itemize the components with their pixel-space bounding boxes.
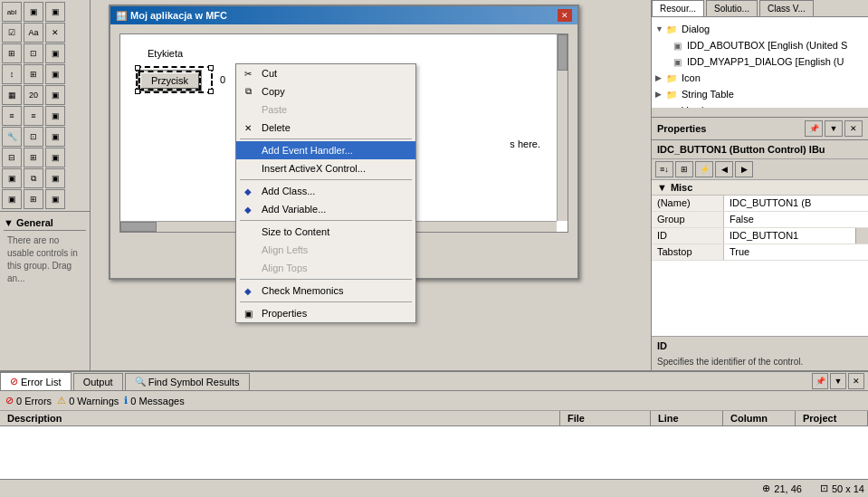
- file-icon-1: ▣: [670, 38, 684, 53]
- props-row-group: Group False: [652, 212, 868, 228]
- tool-18[interactable]: ⊞: [24, 148, 43, 167]
- bottom-arrow-button[interactable]: ▼: [830, 373, 846, 389]
- menu-item-delete[interactable]: ✕ Delete: [236, 119, 415, 137]
- tool-6[interactable]: ⊞: [24, 64, 43, 84]
- props-val-name[interactable]: IDC_BUTTON1 (B: [724, 196, 868, 211]
- tool-aa[interactable]: Aa: [24, 23, 43, 43]
- toolbox-panel: abl ▣ ▣ ☑ Aa ✕ ⊞ ⊡ ▣ ↕ ⊞ ▣ ▦ 20: [0, 0, 91, 370]
- warning-icon: ⚠: [57, 395, 66, 406]
- tree-label-version: Version: [682, 105, 715, 108]
- tab-find-symbol[interactable]: 🔍 Find Symbol Results: [125, 373, 250, 390]
- props-category-button[interactable]: ⊞: [675, 161, 693, 177]
- properties-header: Properties 📌 ▼ ✕: [652, 118, 868, 140]
- tool-13[interactable]: ▣: [45, 106, 65, 126]
- menu-item-add-event[interactable]: Add Event Handler...: [236, 141, 415, 159]
- tree-item-dialog[interactable]: ▼ 📁 Dialog: [655, 21, 864, 37]
- tool-22[interactable]: ▣: [45, 168, 65, 188]
- tool-20[interactable]: ▣: [2, 168, 22, 188]
- tool-21[interactable]: ⧉: [24, 168, 43, 188]
- status-bar: ⊕ 21, 46 ⊡ 50 x 14: [0, 479, 868, 497]
- menu-item-add-class[interactable]: ◆ Add Class...: [236, 182, 415, 200]
- tool-16[interactable]: ▣: [45, 127, 65, 147]
- menu-item-insert-activex[interactable]: Insert ActiveX Control...: [236, 159, 415, 177]
- menu-item-copy[interactable]: ⧉ Copy: [236, 82, 415, 100]
- props-events-button[interactable]: ⚡: [695, 161, 713, 177]
- tool-15[interactable]: ⊡: [24, 127, 43, 147]
- props-pin-button[interactable]: 📌: [805, 120, 823, 137]
- resource-tree: Resour... Solutio... Class V... ▼ 📁 Dial…: [652, 0, 868, 118]
- bottom-close-button[interactable]: ✕: [848, 373, 864, 389]
- add-event-icon: [240, 143, 256, 158]
- tool-4[interactable]: ⊡: [24, 43, 43, 63]
- menu-separator-2: [240, 179, 412, 180]
- props-row-tabstop: Tabstop True: [652, 244, 868, 261]
- tool-x[interactable]: ✕: [45, 23, 65, 43]
- dialog-button[interactable]: Przycisk: [138, 71, 201, 91]
- messages-badge[interactable]: ℹ 0 Messages: [124, 395, 184, 406]
- tool-12[interactable]: ≡: [24, 106, 43, 126]
- props-sort-button[interactable]: ≡↓: [655, 161, 673, 177]
- dialog-close-button[interactable]: ✕: [558, 9, 572, 22]
- tree-item-version[interactable]: ▶ 📁 Version: [655, 102, 864, 108]
- tree-tab-class[interactable]: Class V...: [759, 0, 814, 16]
- tool-19[interactable]: ▣: [45, 148, 65, 167]
- error-icon: ⊘: [10, 376, 18, 387]
- scrollbar-vertical[interactable]: [557, 34, 568, 221]
- messages-count: 0 Messages: [130, 396, 184, 406]
- props-nav-next-button[interactable]: ▶: [735, 161, 753, 177]
- tool-10[interactable]: ▣: [45, 85, 65, 105]
- error-list-header: Description File Line Column Project: [0, 411, 868, 426]
- menu-item-cut[interactable]: ✂ Cut: [236, 64, 415, 82]
- properties-title: Properties: [657, 123, 706, 134]
- errors-badge[interactable]: ⊘ 0 Errors: [5, 395, 52, 406]
- tool-14[interactable]: 🔧: [2, 127, 22, 147]
- tool-frame[interactable]: ▣: [45, 2, 65, 22]
- tool-8[interactable]: ▦: [2, 85, 22, 105]
- props-arrow-button[interactable]: ▼: [825, 120, 843, 137]
- props-val-tabstop[interactable]: True: [724, 244, 868, 260]
- menu-item-align-tops[interactable]: Align Tops: [236, 259, 415, 277]
- props-key-id: ID: [652, 228, 724, 244]
- tab-error-list[interactable]: ⊘ Error List: [0, 372, 72, 390]
- tree-tab-solution[interactable]: Solutio...: [706, 0, 758, 16]
- tool-check[interactable]: ☑: [2, 23, 22, 43]
- tab-output[interactable]: Output: [73, 373, 123, 390]
- col-description: Description: [0, 411, 560, 425]
- tree-tab-resources[interactable]: Resour...: [652, 0, 704, 16]
- menu-item-properties[interactable]: ▣ Properties: [236, 304, 415, 322]
- tree-item-idd-myapp1[interactable]: ▣ IDD_MYAPP1_DIALOG [English (U: [655, 53, 864, 70]
- props-key-group: Group: [652, 212, 724, 227]
- tool-5[interactable]: ▣: [45, 43, 65, 63]
- tree-item-idd-aboutbox[interactable]: ▣ IDD_ABOUTBOX [English (United S: [655, 37, 864, 53]
- menu-item-add-variable[interactable]: ◆ Add Variable...: [236, 200, 415, 218]
- menu-item-check-mnemonics[interactable]: ◆ Check Mnemonics: [236, 282, 415, 300]
- props-val-id[interactable]: IDC_BUTTON1: [724, 228, 855, 244]
- tool-23[interactable]: ▣: [2, 189, 22, 209]
- props-val-group[interactable]: False: [724, 212, 868, 227]
- tool-17[interactable]: ⊟: [2, 148, 22, 167]
- tree-item-icon[interactable]: ▶ 📁 Icon: [655, 70, 864, 86]
- tree-item-string-table[interactable]: ▶ 📁 String Table: [655, 86, 864, 102]
- tool-25[interactable]: ▣: [45, 189, 65, 209]
- tool-24[interactable]: ⊞: [24, 189, 43, 209]
- size-value: 50 x 14: [832, 483, 864, 494]
- right-panel: Resour... Solutio... Class V... ▼ 📁 Dial…: [651, 0, 868, 370]
- menu-item-size-to-content[interactable]: Size to Content: [236, 223, 415, 241]
- tool-abl[interactable]: abl: [2, 2, 22, 22]
- tool-arrow[interactable]: ↕: [2, 64, 22, 84]
- tool-9[interactable]: 20: [24, 85, 43, 105]
- menu-add-variable-label: Add Variable...: [262, 204, 326, 215]
- tab-find-symbol-label: Find Symbol Results: [148, 377, 240, 387]
- paste-icon: [240, 102, 256, 117]
- warnings-badge[interactable]: ⚠ 0 Warnings: [57, 395, 119, 406]
- tool-7[interactable]: ▣: [45, 64, 65, 84]
- tool-img[interactable]: ▣: [24, 2, 43, 22]
- menu-item-paste[interactable]: Paste: [236, 100, 415, 119]
- menu-item-align-lefts[interactable]: Align Lefts: [236, 241, 415, 259]
- find-symbol-icon: 🔍: [135, 377, 146, 387]
- tool-11[interactable]: ≡: [2, 106, 22, 126]
- tool-3[interactable]: ⊞: [2, 43, 22, 63]
- props-close-button[interactable]: ✕: [844, 120, 863, 137]
- props-nav-button[interactable]: ◀: [715, 161, 733, 177]
- bottom-pin-button[interactable]: 📌: [812, 373, 828, 389]
